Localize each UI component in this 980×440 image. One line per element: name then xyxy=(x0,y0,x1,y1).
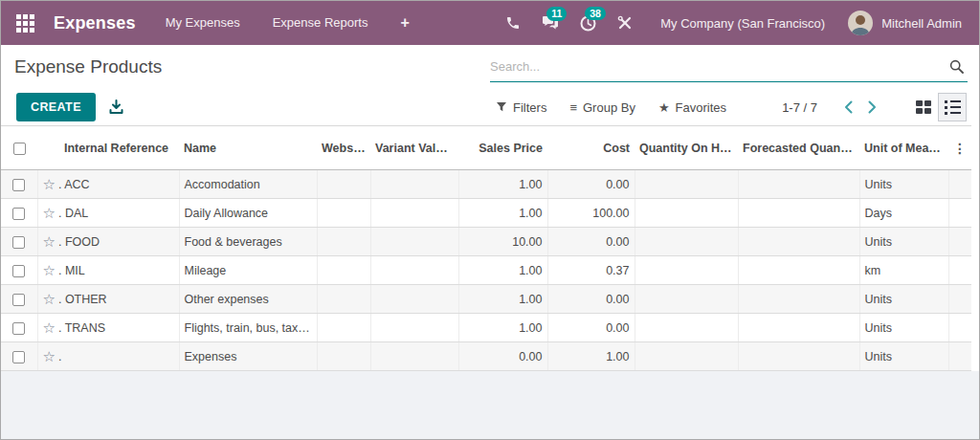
cell-forecasted-qty[interactable] xyxy=(738,256,859,285)
header-website[interactable]: Website xyxy=(317,126,370,170)
cell-cost[interactable]: 1.00 xyxy=(547,342,635,371)
app-title[interactable]: Expenses xyxy=(54,13,136,33)
cell-sales-price[interactable]: 1.00 xyxy=(458,256,547,285)
cell-sales-price[interactable]: 10.00 xyxy=(458,228,547,256)
cell-website[interactable] xyxy=(317,199,370,228)
cell-uom[interactable]: Units xyxy=(859,170,948,199)
favorites-button[interactable]: ★ Favorites xyxy=(647,100,738,115)
cell-cost[interactable]: 0.00 xyxy=(547,228,635,256)
priority-star-icon[interactable]: ☆ xyxy=(43,234,56,249)
apps-menu-button[interactable] xyxy=(14,12,35,33)
debug-tools-button[interactable] xyxy=(607,15,643,31)
cell-qty-on-hand[interactable] xyxy=(635,256,738,285)
user-avatar[interactable] xyxy=(848,11,873,35)
cell-cost[interactable]: 100.00 xyxy=(547,199,635,228)
cell-uom[interactable]: Units xyxy=(859,342,948,371)
header-cost[interactable]: Cost xyxy=(547,126,635,170)
cell-name[interactable]: Accomodation xyxy=(179,170,317,199)
row-checkbox[interactable] xyxy=(12,351,25,363)
cell-variant-values[interactable] xyxy=(370,199,458,228)
kanban-view-button[interactable] xyxy=(909,93,938,121)
header-unit-of-measure[interactable]: Unit of Measure xyxy=(859,126,948,170)
header-forecasted-quantity[interactable]: Forecasted Quantity xyxy=(738,126,859,170)
cell-internal-reference[interactable]: ☆ . OTHER xyxy=(37,285,179,314)
cell-name[interactable]: Other expenses xyxy=(179,285,317,314)
cell-forecasted-qty[interactable] xyxy=(738,314,859,342)
pager-previous-button[interactable] xyxy=(836,97,860,118)
cell-variant-values[interactable] xyxy=(370,256,458,285)
optional-columns-icon[interactable]: ⋮ xyxy=(953,141,967,156)
search-input[interactable] xyxy=(490,59,946,74)
cell-uom[interactable]: Units xyxy=(859,314,948,342)
table-row[interactable]: ☆ . TRANS Flights, train, bus, taxi,… 1.… xyxy=(1,314,971,342)
cell-qty-on-hand[interactable] xyxy=(635,314,738,342)
cell-qty-on-hand[interactable] xyxy=(635,170,738,199)
user-menu[interactable]: Mitchell Admin xyxy=(881,16,962,31)
table-row[interactable]: ☆ . MIL Mileage 1.00 0.37 km xyxy=(1,256,971,285)
export-button[interactable] xyxy=(109,99,123,115)
cell-internal-reference[interactable]: ☆ . MIL xyxy=(37,256,179,285)
cell-website[interactable] xyxy=(317,314,370,342)
filters-button[interactable]: Filters xyxy=(484,100,558,115)
row-checkbox[interactable] xyxy=(12,322,25,335)
activities-button[interactable]: 38 xyxy=(569,15,607,32)
pager-next-button[interactable] xyxy=(860,97,884,118)
cell-variant-values[interactable] xyxy=(370,314,458,342)
row-checkbox[interactable] xyxy=(12,208,25,220)
priority-star-icon[interactable]: ☆ xyxy=(43,263,56,277)
header-variant-values[interactable]: Variant Valu… xyxy=(370,126,458,170)
list-view-button[interactable] xyxy=(938,93,967,121)
create-button[interactable]: CREATE xyxy=(16,93,96,121)
cell-forecasted-qty[interactable] xyxy=(738,199,859,228)
cell-website[interactable] xyxy=(317,342,370,371)
priority-star-icon[interactable]: ☆ xyxy=(43,177,56,191)
cell-cost[interactable]: 0.00 xyxy=(547,170,635,199)
header-qty-on-hand[interactable]: Quantity On Ha… xyxy=(635,126,738,170)
cell-forecasted-qty[interactable] xyxy=(738,285,859,314)
header-name[interactable]: Name xyxy=(179,126,317,170)
cell-forecasted-qty[interactable] xyxy=(738,228,859,256)
header-sales-price[interactable]: Sales Price xyxy=(458,126,547,170)
cell-variant-values[interactable] xyxy=(370,285,458,314)
cell-name[interactable]: Mileage xyxy=(179,256,317,285)
cell-website[interactable] xyxy=(317,285,370,314)
cell-qty-on-hand[interactable] xyxy=(635,199,738,228)
cell-variant-values[interactable] xyxy=(370,228,458,256)
table-row[interactable]: ☆ . FOOD Food & beverages 10.00 0.00 Uni… xyxy=(1,228,971,256)
cell-sales-price[interactable]: 1.00 xyxy=(458,199,547,228)
priority-star-icon[interactable]: ☆ xyxy=(43,292,56,306)
cell-forecasted-qty[interactable] xyxy=(738,170,859,199)
row-checkbox[interactable] xyxy=(12,236,25,249)
cell-qty-on-hand[interactable] xyxy=(635,228,738,256)
cell-cost[interactable]: 0.00 xyxy=(547,285,635,314)
voip-phone-button[interactable] xyxy=(495,15,531,31)
cell-variant-values[interactable] xyxy=(370,342,458,371)
cell-website[interactable] xyxy=(317,228,370,256)
row-checkbox[interactable] xyxy=(12,294,25,306)
cell-internal-reference[interactable]: ☆ . DAL xyxy=(37,199,179,228)
row-checkbox[interactable] xyxy=(12,265,25,277)
cell-internal-reference[interactable]: ☆ . TRANS xyxy=(37,314,179,342)
cell-cost[interactable]: 0.37 xyxy=(547,256,635,285)
menu-add-button[interactable]: + xyxy=(384,1,425,45)
cell-website[interactable] xyxy=(317,256,370,285)
select-all-checkbox[interactable] xyxy=(13,143,26,155)
table-row[interactable]: ☆ . ACC Accomodation 1.00 0.00 Units xyxy=(1,170,971,199)
cell-name[interactable]: Food & beverages xyxy=(179,228,317,256)
priority-star-icon[interactable]: ☆ xyxy=(43,320,56,335)
priority-star-icon[interactable]: ☆ xyxy=(43,206,56,220)
header-internal-reference[interactable]: Internal Reference xyxy=(37,126,179,170)
table-row[interactable]: ☆ . OTHER Other expenses 1.00 0.00 Units xyxy=(1,285,971,314)
cell-qty-on-hand[interactable] xyxy=(635,342,738,371)
menu-expense-reports[interactable]: Expense Reports xyxy=(256,1,385,45)
pager-range[interactable]: 1-7 / 7 xyxy=(782,100,817,115)
cell-name[interactable]: Expenses xyxy=(179,342,317,371)
table-row[interactable]: ☆ . Expenses 0.00 1.00 Units xyxy=(1,342,971,371)
cell-internal-reference[interactable]: ☆ . FOOD xyxy=(37,228,179,256)
company-switcher[interactable]: My Company (San Francisco) xyxy=(660,16,825,31)
row-checkbox[interactable] xyxy=(12,179,25,191)
cell-sales-price[interactable]: 1.00 xyxy=(458,314,547,342)
cell-uom[interactable]: Units xyxy=(859,285,948,314)
cell-internal-reference[interactable]: ☆ . ACC xyxy=(37,170,179,199)
cell-forecasted-qty[interactable] xyxy=(738,342,859,371)
